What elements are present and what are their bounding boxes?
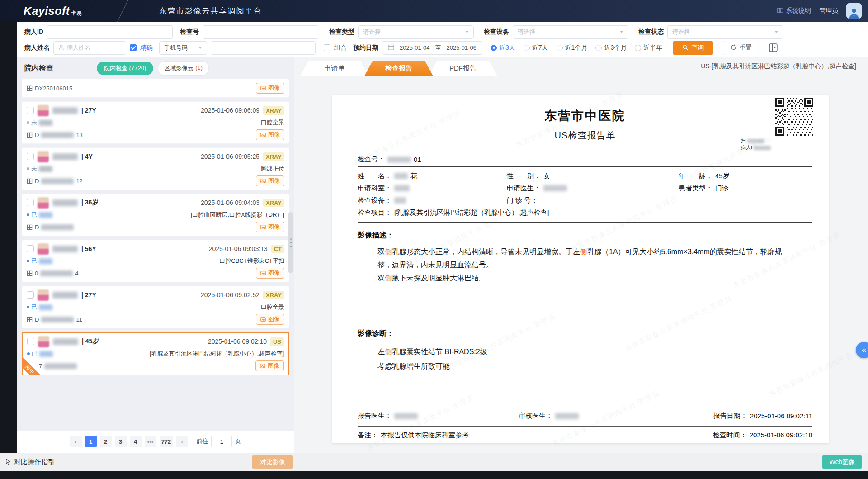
next-page-button[interactable]: › xyxy=(176,436,188,447)
panel-title: 院内检查 xyxy=(24,64,53,73)
exam-card[interactable]: | 4Y 2025-01-06 09:05:25 XRAY 未 胸部正位 D12 xyxy=(22,147,289,190)
chevron-down-icon xyxy=(198,47,202,49)
tab-exam-report[interactable]: 检查报告 xyxy=(364,61,433,76)
prev-page-button[interactable]: ‹ xyxy=(70,436,82,447)
patient-name-redacted xyxy=(52,292,78,299)
page-button-4[interactable]: 4 xyxy=(130,436,142,447)
procedure-name: 口腔全景 xyxy=(261,119,284,127)
image-button[interactable]: 图像 xyxy=(256,129,284,140)
exam-checkbox[interactable] xyxy=(27,245,34,252)
compare-images-button[interactable]: 对比影像 xyxy=(252,455,293,469)
tab-hospital-exams[interactable]: 院内检查 (7720) xyxy=(97,62,153,75)
goto-page-input[interactable] xyxy=(211,436,232,447)
image-icon xyxy=(260,178,266,184)
username[interactable]: 管理员 xyxy=(819,7,838,15)
image-button[interactable]: 图像 xyxy=(256,314,284,325)
grid-icon xyxy=(27,85,33,91)
exam-type-select[interactable]: 请选择 xyxy=(358,25,474,39)
exam-date: 2025-01-06 09:02:52 xyxy=(201,291,259,299)
range-7d-radio[interactable]: 近7天 xyxy=(524,44,548,52)
exam-no-input[interactable] xyxy=(203,25,319,39)
field-age: 年 龄：45岁 xyxy=(679,170,812,182)
date-separator: 至 xyxy=(435,44,441,52)
page-button-last[interactable]: 772 xyxy=(160,436,173,447)
patient-name-field[interactable] xyxy=(53,41,126,55)
patient-age: | 56Y xyxy=(81,245,96,252)
app-window: Kayisoft 卡易 东营市影像云共享调阅平台 系统说明 管理员 病人ID 检… xyxy=(0,0,868,479)
patient-avatar xyxy=(38,151,49,162)
manual-icon xyxy=(777,7,783,15)
exam-number: 7 xyxy=(39,363,79,370)
exam-device-select[interactable]: 请选择 xyxy=(513,25,628,39)
phone-select[interactable]: 手机号码 xyxy=(159,41,207,55)
exam-card[interactable]: | 27Y 2025-01-06 09:06:09 XRAY 未 口腔全景 D1… xyxy=(22,101,289,144)
page-ellipsis[interactable]: ••• xyxy=(145,436,156,447)
exam-checkbox[interactable] xyxy=(27,291,34,299)
range-6m-radio[interactable]: 近半年 xyxy=(635,44,662,52)
system-help-link[interactable]: 系统说明 xyxy=(777,7,811,15)
web-image-button[interactable]: Web图像 xyxy=(822,455,862,469)
exam-card[interactable]: | 56Y 2025-01-06 09:03:13 CT 已 口腔CBCT锥形束… xyxy=(22,240,289,282)
tab-pdf-report[interactable]: PDF报告 xyxy=(429,61,497,76)
avatar[interactable] xyxy=(846,3,862,19)
exam-checkbox[interactable] xyxy=(27,338,34,345)
image-button[interactable]: 图像 xyxy=(256,268,284,279)
view-toggle-button[interactable] xyxy=(769,43,778,52)
image-icon xyxy=(260,224,266,230)
exam-card[interactable]: | 36岁 2025-01-06 09:04:03 XRAY 已 [口腔曲面断层… xyxy=(22,194,289,236)
top-header: Kayisoft 卡易 东营市影像云共享调阅平台 系统说明 管理员 xyxy=(0,0,868,22)
range-1m-radio[interactable]: 近1个月 xyxy=(557,44,588,52)
patient-id-input[interactable] xyxy=(47,25,173,39)
exam-card-selected[interactable]: | 45岁 2025-01-06 09:02:10 US 已 [乳腺及其引流区淋… xyxy=(22,332,289,375)
exam-number-redacted xyxy=(41,178,74,184)
page-button-2[interactable]: 2 xyxy=(100,436,112,447)
appt-date-label: 预约日期 xyxy=(353,44,378,52)
page-button-1[interactable]: 1 xyxy=(85,436,97,447)
exam-number-redacted xyxy=(41,132,74,138)
image-button[interactable]: 图像 xyxy=(256,222,284,232)
exam-no-label: 检查号 xyxy=(180,28,199,36)
image-button[interactable]: 图像 xyxy=(256,83,284,94)
page-button-3[interactable]: 3 xyxy=(115,436,127,447)
image-icon xyxy=(260,132,266,138)
field-gender: 性 别：女 xyxy=(507,170,679,182)
patient-name-redacted xyxy=(52,107,78,114)
image-button[interactable]: 图像 xyxy=(255,360,284,371)
exam-date: 2025-01-06 09:02:10 xyxy=(208,338,267,345)
image-icon xyxy=(260,270,266,276)
exam-checkbox[interactable] xyxy=(27,153,34,160)
exam-status-select[interactable]: 请选择 xyxy=(667,25,783,39)
report-tabs: 申请单 检查报告 PDF报告 US-[乳腺及其引流区淋巴结彩超（乳腺中心）,超声… xyxy=(294,57,868,76)
date-range-input[interactable]: 2025-01-04 至 2025-01-06 xyxy=(382,41,482,55)
report-document: 扫 病人I 东营市中医院 US检查报告单 检查号：01 姓 名：花 性 别：女 … xyxy=(332,95,829,443)
chevron-down-icon xyxy=(465,31,469,33)
exam-card-partial[interactable]: DX250106015 图像 xyxy=(22,79,289,98)
compare-guide-link[interactable]: 对比操作指引 xyxy=(5,458,55,466)
patient-name-input[interactable] xyxy=(67,44,121,51)
dept-redacted xyxy=(394,185,410,191)
exact-checkbox[interactable] xyxy=(130,44,137,51)
status-badge: 已 xyxy=(27,350,53,358)
exam-number-redacted xyxy=(41,224,74,230)
exam-checkbox[interactable] xyxy=(27,107,34,114)
chevron-down-icon xyxy=(774,31,778,33)
status-badge: 未 xyxy=(27,165,52,173)
tab-regional-cloud[interactable]: 区域影像云 (1) xyxy=(158,61,209,76)
reset-button[interactable]: 重置 xyxy=(723,41,760,55)
phone-input[interactable] xyxy=(211,41,316,55)
filter-row-1: 病人ID 检查号 检查类型 请选择 检查设备 请选择 检查状态 请选择 xyxy=(24,24,862,40)
range-3m-radio[interactable]: 近3个月 xyxy=(595,44,627,52)
status-redacted xyxy=(39,304,52,310)
exam-card[interactable]: | 27Y 2025-01-06 09:02:52 XRAY 已 口腔全景 D1… xyxy=(22,286,289,328)
exam-status-label: 检查状态 xyxy=(638,28,664,36)
search-button[interactable]: 查询 xyxy=(673,41,713,55)
calendar-icon xyxy=(388,44,394,52)
range-3d-radio[interactable]: 近3天 xyxy=(491,44,515,52)
report-note-row: 备注：本报告仅供本院临床科室参考 检查时间：2025-01-06 09:02:1… xyxy=(358,431,812,440)
exam-checkbox[interactable] xyxy=(27,199,34,206)
image-button[interactable]: 图像 xyxy=(256,175,284,186)
list-scrollbar[interactable] xyxy=(288,212,293,273)
tab-request-form[interactable]: 申请单 xyxy=(300,61,369,76)
patient-age: | 4Y xyxy=(81,153,93,160)
combine-checkbox[interactable] xyxy=(324,44,330,51)
